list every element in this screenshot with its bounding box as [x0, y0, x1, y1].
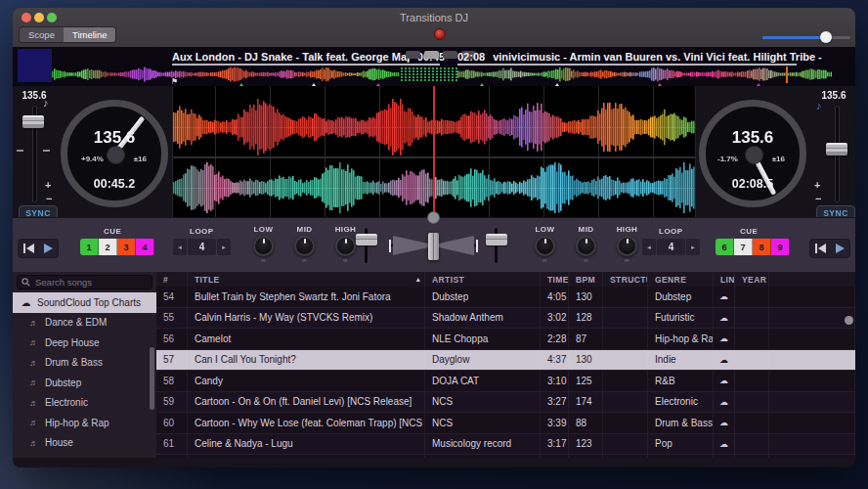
right-cue-button-8[interactable]: 8: [753, 239, 771, 255]
cell-bpm: 128: [569, 308, 603, 329]
sidebar-scrollbar[interactable]: [150, 347, 154, 410]
soundcloud-icon: ☁: [21, 297, 31, 308]
table-row[interactable]: 58CandyDOJA CAT3:10125R&B☁: [156, 371, 855, 392]
right-jog-wheel[interactable]: 135.6 -1.7% ±16 02:08.5: [699, 100, 806, 207]
right-skip-start-button[interactable]: [810, 240, 830, 257]
left-play-button[interactable]: [38, 240, 58, 257]
right-cue-button-6[interactable]: 6: [716, 239, 734, 255]
search-input[interactable]: [33, 276, 145, 289]
column-header-title[interactable]: TITLE▴: [188, 272, 425, 287]
column-header-genre[interactable]: GENRE: [648, 272, 714, 287]
tab-scope[interactable]: Scope: [20, 27, 64, 42]
soundcloud-link-icon[interactable]: ☁: [714, 350, 735, 371]
volume-knob[interactable]: [820, 31, 832, 43]
left-cue-button-2[interactable]: 2: [99, 239, 117, 255]
sidebar-item-electronic[interactable]: ♬Electronic: [13, 393, 156, 414]
cell-title: Cartoon - On & On (ft. Daniel Levi) [NCS…: [188, 392, 425, 413]
layer-toggle-3[interactable]: [443, 51, 457, 59]
column-header-link[interactable]: LINK: [714, 272, 735, 287]
sidebar-item-deep-house[interactable]: ♬Deep House: [13, 333, 156, 353]
right-play-button[interactable]: [830, 240, 849, 257]
knob-min-label: ∞: [302, 257, 306, 263]
crossfader[interactable]: [389, 232, 478, 273]
left-cue-button-3[interactable]: 3: [117, 239, 136, 255]
titlebar: Transitions DJ ScopeTimeline: [13, 8, 855, 48]
sidebar-item-drum-bass[interactable]: ♬Drum & Bass: [13, 353, 156, 374]
column-header-bpm[interactable]: BPM: [569, 272, 603, 287]
left-eq-knob-mid[interactable]: [294, 236, 315, 256]
soundcloud-link-icon[interactable]: ☁: [714, 434, 735, 455]
right-cue-button-9[interactable]: 9: [771, 239, 790, 255]
right-eq-knob-low[interactable]: [535, 236, 555, 256]
playlist-icon: ♬: [28, 438, 39, 448]
sidebar-item-soundcloud-top-charts[interactable]: ☁SoundCloud Top Charts: [13, 292, 156, 313]
left-eq-knob-low[interactable]: [253, 236, 274, 256]
right-eq-knob-high[interactable]: [617, 236, 637, 256]
cell-bpm: 174: [569, 392, 603, 413]
waveform-drag-handle[interactable]: [427, 211, 440, 224]
soundcloud-link-icon[interactable]: ☁: [714, 329, 735, 349]
table-scrollbar[interactable]: [845, 316, 853, 325]
right-loop-halve-button[interactable]: ◂: [642, 239, 656, 255]
column-header-artist[interactable]: ARTIST: [425, 272, 541, 287]
search-icon: [22, 278, 30, 287]
right-pitch-bend-down[interactable]: −: [815, 194, 821, 203]
sidebar-item-hip-hop-rap[interactable]: ♬Hip-hop & Rap: [13, 413, 156, 433]
left-jog-wheel[interactable]: 135.6 +9.4% ±16 00:45.2: [61, 100, 168, 207]
left-keylock-note-icon[interactable]: ♪: [43, 97, 49, 109]
soundcloud-link-icon[interactable]: ☁: [714, 287, 735, 307]
right-overview-waveform[interactable]: [457, 67, 832, 82]
layer-toggle-1[interactable]: [406, 51, 420, 59]
knob-tick: [345, 239, 347, 244]
left-loop-double-button[interactable]: ▸: [217, 239, 231, 255]
search-box[interactable]: [17, 275, 152, 289]
right-cue-button-7[interactable]: 7: [734, 239, 753, 255]
column-header-time[interactable]: TIME: [541, 272, 569, 287]
library: ☁SoundCloud Top Charts♬Dance & EDM♬Deep …: [13, 272, 855, 467]
table-row[interactable]: 61Celine & Nadya - LuguMusicology record…: [156, 434, 855, 456]
right-pitch-handle[interactable]: [826, 143, 847, 156]
soundcloud-link-icon[interactable]: ☁: [714, 392, 735, 413]
layer-toggle-2[interactable]: [424, 51, 439, 59]
cell-time: 3:10: [541, 371, 569, 391]
table-row[interactable]: 60Cartoon - Why We Lose (feat. Coleman T…: [156, 413, 855, 434]
playhead-flag-marker[interactable]: ⚑: [171, 77, 178, 86]
sidebar-item-house[interactable]: ♬House: [13, 433, 156, 454]
table-row[interactable]: 56CamelotNLE Choppa2:2887Hip-hop & Rap☁: [156, 329, 855, 350]
table-row[interactable]: 55Calvin Harris - My Way (STVCKS Remix)S…: [156, 308, 855, 330]
waveform-panel[interactable]: [172, 86, 696, 217]
left-volume-fader[interactable]: [356, 234, 377, 245]
table-row[interactable]: 57Can I Call You Tonight?Dayglow4:37130I…: [156, 350, 855, 372]
right-eq-knob-mid[interactable]: [576, 236, 596, 256]
soundcloud-link-icon[interactable]: ☁: [714, 308, 735, 329]
track-table: #TITLE▴ARTISTTIMEBPMSTRUCTUREGENRELINKYE…: [156, 272, 855, 467]
column-header-structure[interactable]: STRUCTURE: [603, 272, 648, 287]
sidebar-item-dance-edm[interactable]: ♬Dance & EDM: [13, 313, 156, 333]
crossfader-handle[interactable]: [428, 233, 439, 260]
record-button[interactable]: [434, 28, 446, 40]
table-row[interactable]: 54Bullet Train by Stephen Swartz ft. Jon…: [156, 287, 855, 308]
eq-label: HIGH: [335, 225, 357, 234]
left-overview-waveform[interactable]: [52, 67, 399, 82]
table-row[interactable]: 59Cartoon - On & On (ft. Daniel Levi) [N…: [156, 392, 855, 414]
left-pitch-bend-down[interactable]: −: [46, 194, 52, 203]
left-pitch-bend-up[interactable]: +: [45, 180, 51, 190]
soundcloud-link-icon[interactable]: ☁: [714, 413, 735, 433]
left-cue-button-1[interactable]: 1: [80, 239, 99, 255]
soundcloud-link-icon[interactable]: ☁: [714, 371, 735, 391]
column-header--[interactable]: #: [156, 272, 188, 287]
master-volume-slider[interactable]: [762, 31, 850, 43]
right-pitch-bend-up[interactable]: +: [814, 180, 820, 190]
right-volume-fader[interactable]: [486, 234, 507, 245]
cell-filler: [769, 392, 855, 413]
left-eq-knob-high[interactable]: [335, 236, 356, 256]
left-loop-halve-button[interactable]: ◂: [173, 239, 187, 255]
right-keylock-note-icon[interactable]: ♪: [816, 100, 822, 111]
sidebar-item-dubstep[interactable]: ♬Dubstep: [13, 373, 156, 393]
right-loop-double-button[interactable]: ▸: [686, 239, 700, 255]
column-header-year[interactable]: YEAR: [735, 272, 769, 287]
left-pitch-handle[interactable]: [22, 115, 44, 128]
tab-timeline[interactable]: Timeline: [64, 27, 116, 42]
left-skip-start-button[interactable]: [19, 240, 38, 257]
left-cue-button-4[interactable]: 4: [136, 239, 154, 255]
